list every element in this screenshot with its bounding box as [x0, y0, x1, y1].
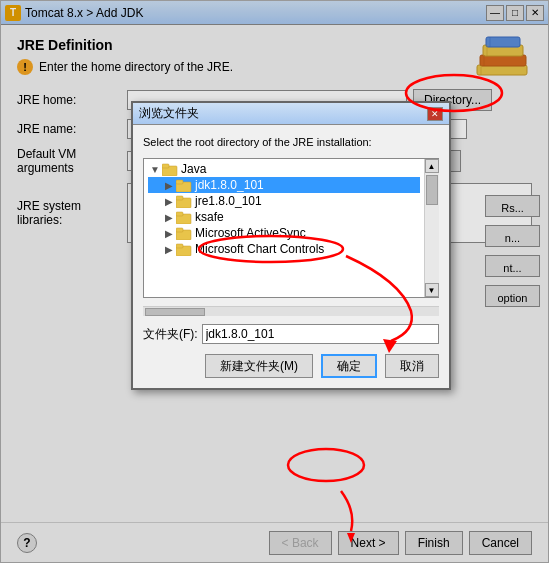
tree-label-jre: jre1.8.0_101	[195, 194, 262, 208]
dialog-body: Select the root directory of the JRE ins…	[133, 125, 449, 388]
tree-label-ksafe: ksafe	[195, 210, 224, 224]
dialog-title: 浏览文件夹	[139, 105, 199, 122]
tree-toggle-activesync[interactable]: ▶	[162, 226, 176, 240]
tree-scroll-thumb[interactable]	[426, 175, 438, 205]
svg-rect-15	[176, 212, 183, 216]
tree-scroll-down[interactable]: ▼	[425, 283, 439, 297]
tree-vscroll: ▲ ▼	[424, 159, 438, 297]
dialog-instruction: Select the root directory of the JRE ins…	[143, 135, 439, 150]
svg-rect-13	[176, 196, 183, 200]
tree-toggle-jdk[interactable]: ▶	[162, 178, 176, 192]
tree-item-ksafe[interactable]: ▶ ksafe	[148, 209, 420, 225]
tree-label-chartcontrols: Microsoft Chart Controls	[195, 242, 324, 256]
tree-label-activesync: Microsoft ActiveSync	[195, 226, 306, 240]
h-scrollbar	[143, 306, 439, 316]
main-window: T Tomcat 8.x > Add JDK — □ ✕	[0, 0, 549, 563]
folder-icon-chartcontrols	[176, 242, 192, 256]
h-scroll-thumb[interactable]	[145, 308, 205, 316]
tree-item-chartcontrols[interactable]: ▶ Microsoft Chart Controls	[148, 241, 420, 257]
folder-icon-jdk	[176, 178, 192, 192]
ok-button[interactable]: 确定	[321, 354, 377, 378]
tree-item-jdk[interactable]: ▶ jdk1.8.0_101	[148, 177, 420, 193]
svg-rect-9	[162, 164, 169, 168]
tree-toggle-ksafe[interactable]: ▶	[162, 210, 176, 224]
tree-label-jdk: jdk1.8.0_101	[195, 178, 264, 192]
new-folder-button[interactable]: 新建文件夹(M)	[205, 354, 313, 378]
svg-rect-17	[176, 228, 183, 232]
tree-scroll-up[interactable]: ▲	[425, 159, 439, 173]
dialog-cancel-button[interactable]: 取消	[385, 354, 439, 378]
dialog-close-button[interactable]: ✕	[427, 107, 443, 121]
tree-label-java: Java	[181, 162, 206, 176]
tree-scroll-track	[425, 173, 439, 283]
tree-toggle-java[interactable]: ▼	[148, 162, 162, 176]
folder-label: 文件夹(F):	[143, 326, 198, 343]
tree-toggle-chartcontrols[interactable]: ▶	[162, 242, 176, 256]
folder-icon-jre	[176, 194, 192, 208]
svg-rect-19	[176, 244, 183, 248]
tree-content: ▼ Java ▶ jdk1.8.0_1	[144, 159, 424, 297]
tree-item-activesync[interactable]: ▶ Microsoft ActiveSync	[148, 225, 420, 241]
dialog-title-bar: 浏览文件夹 ✕	[133, 103, 449, 125]
dialog-buttons: 新建文件夹(M) 确定 取消	[143, 354, 439, 378]
folder-icon-activesync	[176, 226, 192, 240]
folder-row: 文件夹(F):	[143, 324, 439, 344]
folder-input[interactable]	[202, 324, 439, 344]
tree-toggle-jre[interactable]: ▶	[162, 194, 176, 208]
browse-dialog: 浏览文件夹 ✕ Select the root directory of the…	[131, 101, 451, 390]
folder-icon-ksafe	[176, 210, 192, 224]
file-tree: ▼ Java ▶ jdk1.8.0_1	[143, 158, 439, 298]
folder-icon-java	[162, 162, 178, 176]
tree-item-jre[interactable]: ▶ jre1.8.0_101	[148, 193, 420, 209]
tree-item-java[interactable]: ▼ Java	[148, 161, 420, 177]
svg-rect-11	[176, 180, 183, 184]
